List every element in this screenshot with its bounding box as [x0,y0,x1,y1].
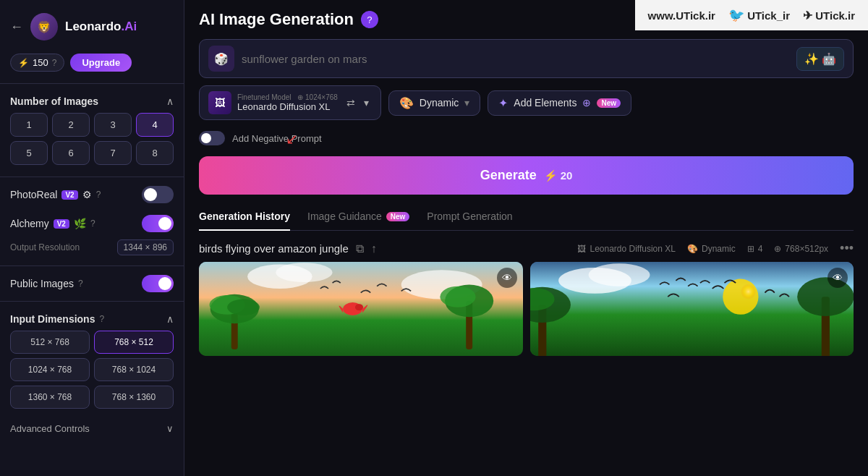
copy-title-icon[interactable]: ⧉ [356,242,364,255]
upgrade-button[interactable]: Upgrade [70,54,132,72]
alchemy-row: Alchemy V2 🌿 ? [0,209,184,238]
photoreal-left: PhotoReal V2 ⚙ ? [10,189,101,200]
tabs-row: Generation History Image Guidance New Pr… [199,206,854,231]
arrow-annotation: ↙ [286,130,298,148]
prompt-input[interactable] [242,53,789,65]
meta-dimensions: ⊕ 768×512px [774,244,828,254]
add-circle-icon: ⊕ [582,97,591,109]
chevron-down-icon-advanced: ∨ [166,423,174,434]
history-images: 👁 [199,262,854,356]
svg-point-15 [715,271,767,323]
sidebar-header: ← 🦁 Leonardo.Ai [0,9,184,51]
dim-btn-1024x768[interactable]: 1024 × 768 [10,358,90,381]
model-chevron-down-icon[interactable]: ▾ [361,95,372,110]
add-elements-label: Add Elements [514,97,576,109]
num-btn-7[interactable]: 7 [94,141,132,165]
more-options-button[interactable]: ••• [840,241,854,256]
num-btn-3[interactable]: 3 [94,113,132,137]
tab-generation-history[interactable]: Generation History [199,206,290,231]
svg-point-12 [355,304,363,310]
neg-prompt-label: Add Negative Prompt [232,133,322,144]
chevron-up-icon[interactable]: ∧ [166,95,174,107]
alchemy-help-icon[interactable]: ? [90,218,95,229]
model-controls: ⇄ ▾ [344,95,372,110]
lightning-icon-gen: ⚡ [544,169,558,182]
num-images-header: Number of Images ∧ [0,87,184,113]
help-icon-credits[interactable]: ? [52,58,57,68]
num-images-grid: 1 2 3 4 5 6 7 8 [0,113,184,174]
public-images-help-icon[interactable]: ? [78,279,83,289]
neg-prompt-toggle[interactable] [199,131,225,145]
chevron-up-icon-dim[interactable]: ∧ [166,313,174,325]
page-help-icon[interactable]: ? [361,11,378,28]
alchemy-v2-badge: V2 [54,219,69,229]
prompt-row: 🎲 ✨ 🤖 [199,39,854,78]
image-guidance-new-badge: New [386,212,410,221]
watermark: www.UTick.ir 🐦 UTick_ir ✈ UTick.ir [635,0,868,30]
public-images-toggle[interactable] [142,275,174,292]
advanced-controls-label: Advanced Controls [10,423,90,434]
output-resolution-value: 1344 × 896 [117,239,174,255]
input-dimensions-help-icon[interactable]: ? [99,314,104,324]
history-image-1: 👁 [199,262,523,356]
grid-icon: ⊞ [747,244,754,254]
photoreal-toggle[interactable] [142,186,174,203]
model-swap-icon[interactable]: ⇄ [344,95,358,110]
credits-badge: ⚡ 150 ? [10,54,64,72]
eye-icon-2[interactable]: 👁 [827,268,848,288]
style-chevron-down-icon: ▾ [464,97,469,109]
alchemy-icon: 🌿 [74,218,86,229]
dim-btn-768x1024[interactable]: 768 × 1024 [94,358,174,381]
svg-point-10 [440,286,475,307]
advanced-controls-row[interactable]: Advanced Controls ∨ [0,416,184,441]
photoreal-help-icon[interactable]: ? [96,190,101,200]
input-dimensions-header: Input Dimensions ? ∧ [0,305,184,331]
history-item: birds flying over amazon jungle ⧉ ↑ 🖼 Le… [199,241,854,356]
logo-avatar: 🦁 [30,13,58,41]
num-btn-8[interactable]: 8 [136,141,174,165]
dim-btn-768x1360[interactable]: 768 × 1360 [94,386,174,409]
dim-btn-1360x768[interactable]: 1360 × 768 [10,386,90,409]
num-btn-1[interactable]: 1 [10,113,48,137]
generate-button[interactable]: Generate ⚡ 20 [199,156,854,195]
tab-image-guidance[interactable]: Image Guidance New [307,206,409,231]
svg-point-17 [588,263,650,286]
sidebar: ← 🦁 Leonardo.Ai ⚡ 150 ? Upgrade Number o… [0,0,184,476]
public-images-label: Public Images [10,278,74,289]
back-button[interactable]: ← [10,20,23,35]
ai-icon: 🤖 [822,52,836,66]
history-meta: 🖼 Leonardo Diffusion XL 🎨 Dynamic ⊞ 4 ⊕ … [577,241,854,256]
alchemy-left: Alchemy V2 🌿 ? [10,218,95,229]
enhance-prompt-button[interactable]: ✨ 🤖 [796,47,844,71]
meta-style: 🎨 Dynamic [687,244,736,254]
alchemy-toggle[interactable] [142,215,174,232]
new-badge: New [597,98,621,108]
photoreal-row: PhotoReal V2 ⚙ ? [0,180,184,209]
num-btn-2[interactable]: 2 [52,113,90,137]
photoreal-label: PhotoReal [10,189,57,200]
main-content: www.UTick.ir 🐦 UTick_ir ✈ UTick.ir AI Im… [184,0,868,476]
upload-history-icon[interactable]: ↑ [371,242,377,255]
dice-icon: 🎲 [214,52,229,66]
alchemy-label: Alchemy [10,218,49,229]
num-btn-6[interactable]: 6 [52,141,90,165]
num-btn-4[interactable]: 4 [136,113,174,137]
dim-btn-768x512[interactable]: 768 × 512 [94,331,174,354]
logo-text: Leonardo.Ai [65,20,137,34]
prompt-icon-box: 🎲 [208,46,234,72]
output-resolution-label: Output Resolution [10,242,80,252]
credits-row: ⚡ 150 ? Upgrade [0,51,184,80]
style-selector[interactable]: 🎨 Dynamic ▾ [388,90,480,116]
meta-model: 🖼 Leonardo Diffusion XL [577,244,676,254]
model-selector[interactable]: 🖼 Finetuned Model ⊕ 1024×768 Leonardo Di… [199,85,381,120]
dimensions-grid: 512 × 768 768 × 512 1024 × 768 768 × 102… [0,331,184,416]
generate-cost-value: 20 [561,169,573,182]
resize-icon: ⊕ [774,244,781,254]
eye-icon-1[interactable]: 👁 [497,268,517,288]
add-elements-button[interactable]: ✦ Add Elements ⊕ New [488,90,631,116]
tab-prompt-generation[interactable]: Prompt Generation [427,206,512,231]
dim-btn-512x768[interactable]: 512 × 768 [10,331,90,354]
lightning-icon: ⚡ [18,58,29,68]
num-btn-5[interactable]: 5 [10,141,48,165]
watermark-site: www.UTick.ir [648,9,715,22]
